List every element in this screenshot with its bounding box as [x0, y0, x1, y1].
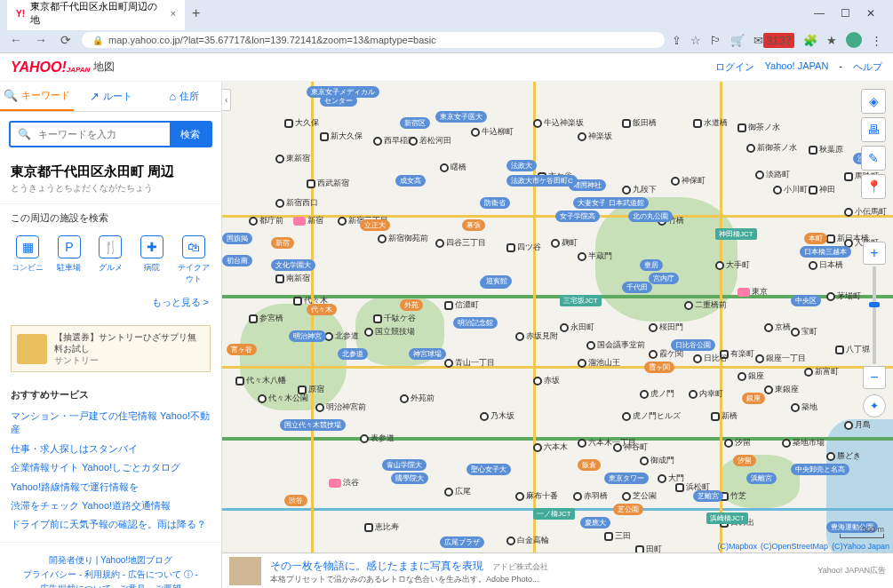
- station-御成門[interactable]: 御成門: [640, 455, 674, 466]
- service-link[interactable]: ドライブ前に天気予報の確認を。雨は降る？: [11, 515, 211, 534]
- station-水道橋[interactable]: 水道橋: [693, 117, 728, 129]
- map-canvas[interactable]: 東新宿大久保新大久保西早稲田若松河田曙橋牛込柳町牛込神楽坂神楽坂飯田橋市ケ谷水道…: [222, 82, 893, 588]
- login-link[interactable]: ログイン: [715, 60, 754, 74]
- station-九段下[interactable]: 九段下: [622, 184, 657, 195]
- station-溜池山王[interactable]: 溜池山王: [578, 357, 620, 369]
- station-西武新宿[interactable]: 西武新宿: [307, 178, 349, 189]
- station-内幸町[interactable]: 内幸町: [689, 388, 723, 400]
- station-曙橋[interactable]: 曙橋: [440, 162, 466, 173]
- yahoo-logo[interactable]: YAHOO!JAPAN: [11, 60, 90, 75]
- station-大久保[interactable]: 大久保: [284, 117, 319, 129]
- station-参宮橋[interactable]: 参宮橋: [249, 313, 283, 324]
- station-四谷三丁目[interactable]: 四谷三丁目: [435, 237, 486, 249]
- profile-avatar[interactable]: [846, 32, 862, 48]
- station-東銀座[interactable]: 東銀座: [764, 384, 799, 395]
- station-新富町[interactable]: 新富町: [804, 366, 839, 377]
- close-window-icon[interactable]: ✕: [866, 7, 875, 20]
- back-button[interactable]: ←: [7, 33, 25, 47]
- station-永田町[interactable]: 永田町: [560, 322, 594, 333]
- minimize-icon[interactable]: —: [814, 7, 825, 20]
- station-宝町[interactable]: 宝町: [791, 326, 817, 338]
- station-小川町[interactable]: 小川町: [773, 184, 808, 195]
- category-駐車場[interactable]: P駐車場: [50, 235, 89, 285]
- station-竹芝[interactable]: 竹芝: [720, 490, 746, 502]
- category-グルメ[interactable]: 🍴グルメ: [91, 235, 130, 285]
- station-麹町[interactable]: 麹町: [551, 237, 578, 249]
- station-芝公園[interactable]: 芝公園: [622, 490, 657, 502]
- station-汐留[interactable]: 汐留: [724, 437, 751, 449]
- station-淡路町[interactable]: 淡路町: [755, 169, 790, 180]
- station-神谷町[interactable]: 神谷町: [613, 441, 648, 453]
- station-築地市場[interactable]: 築地市場: [782, 437, 825, 449]
- station-飯田橋[interactable]: 飯田橋: [622, 117, 657, 129]
- station-銀座一丁目[interactable]: 銀座一丁目: [755, 353, 806, 364]
- category-コンビニ[interactable]: ▦コンビニ: [8, 235, 47, 285]
- station-二重橋前[interactable]: 二重橋前: [684, 299, 727, 311]
- station-信濃町[interactable]: 信濃町: [444, 299, 479, 311]
- station-京橋[interactable]: 京橋: [764, 322, 791, 333]
- pin-button[interactable]: 📍: [861, 174, 886, 199]
- search-button[interactable]: 検索: [170, 123, 211, 146]
- category-テイクアウト[interactable]: 🛍テイクアウト: [174, 235, 213, 285]
- station-赤坂見附[interactable]: 赤坂見附: [515, 330, 558, 342]
- station-恵比寿[interactable]: 恵比寿: [364, 521, 399, 533]
- station-大門[interactable]: 大門: [658, 473, 684, 484]
- ad-info-link[interactable]: 広告掲載について - ご意見・ご要望: [40, 584, 181, 588]
- station-国立競技場[interactable]: 国立競技場: [364, 326, 415, 338]
- service-link[interactable]: 渋滞をチェック Yahoo!道路交通情報: [11, 497, 211, 515]
- station-築地[interactable]: 築地: [791, 401, 817, 413]
- ext-puzzle2-icon[interactable]: ★: [826, 34, 837, 47]
- star-icon[interactable]: ☆: [690, 34, 701, 47]
- station-麻布十番[interactable]: 麻布十番: [515, 490, 558, 502]
- zoom-out-button[interactable]: −: [863, 366, 886, 389]
- station-新大久保[interactable]: 新大久保: [320, 131, 363, 142]
- more-link[interactable]: もっと見る >: [152, 297, 209, 307]
- dev-blog-link[interactable]: 開発者便り: [49, 555, 93, 565]
- station-新橋[interactable]: 新橋: [711, 410, 738, 422]
- station-青山一丁目[interactable]: 青山一丁目: [444, 357, 495, 369]
- station-小伝馬町[interactable]: 小伝馬町: [844, 206, 887, 218]
- close-icon[interactable]: ×: [171, 8, 176, 19]
- tab-address[interactable]: ⌂住所: [148, 82, 221, 111]
- station-茅場町[interactable]: 茅場町: [826, 290, 861, 302]
- station-秋葉原[interactable]: 秋葉原: [809, 144, 843, 155]
- station-東京[interactable]: 東京: [738, 286, 768, 298]
- station-表参道[interactable]: 表参道: [360, 433, 395, 444]
- menu-icon[interactable]: ⋮: [871, 34, 882, 47]
- station-新宿西口[interactable]: 新宿西口: [275, 197, 318, 209]
- station-渋谷[interactable]: 渋谷: [329, 477, 359, 489]
- station-神保町[interactable]: 神保町: [671, 175, 706, 187]
- station-牛込神楽坂[interactable]: 牛込神楽坂: [533, 117, 584, 129]
- station-明治神宮前[interactable]: 明治神宮前: [315, 401, 366, 413]
- tab-keyword[interactable]: 🔍キーワード: [0, 82, 74, 111]
- bottom-ad[interactable]: その一枚を物語に。感じたままに写真を表現 アドビ株式会社 本格プリセットで温かみ…: [222, 552, 893, 588]
- station-銀座[interactable]: 銀座: [738, 370, 764, 382]
- service-link[interactable]: 企業情報サイト Yahoo!しごとカタログ: [11, 458, 211, 477]
- station-新御茶ノ水[interactable]: 新御茶ノ水: [746, 142, 797, 154]
- station-大手町[interactable]: 大手町: [715, 259, 750, 271]
- service-link[interactable]: 仕事・求人探しはスタンバイ: [11, 440, 211, 458]
- station-乃木坂[interactable]: 乃木坂: [480, 410, 514, 422]
- station-赤坂[interactable]: 赤坂: [533, 375, 560, 386]
- edit-button[interactable]: ✎: [861, 146, 886, 171]
- service-link[interactable]: マンション・一戸建ての住宅情報 Yahoo!不動産: [11, 407, 211, 440]
- station-牛込柳町[interactable]: 牛込柳町: [471, 126, 514, 138]
- forward-button[interactable]: →: [32, 33, 50, 47]
- station-月島[interactable]: 月島: [844, 419, 871, 431]
- station-三田[interactable]: 三田: [604, 530, 631, 542]
- station-都庁前[interactable]: 都庁前: [249, 215, 283, 226]
- compass-button[interactable]: ✦: [863, 394, 886, 417]
- tab-route[interactable]: ↗ルート: [74, 82, 148, 111]
- station-南新宿[interactable]: 南新宿: [275, 273, 310, 284]
- station-四ツ谷[interactable]: 四ツ谷: [506, 242, 541, 253]
- station-代々木八幡[interactable]: 代々木八幡: [235, 375, 286, 386]
- station-北参道[interactable]: 北参道: [324, 330, 359, 342]
- yahoo-japan-link[interactable]: Yahoo! JAPAN: [765, 60, 829, 74]
- share-icon[interactable]: ⇪: [672, 34, 682, 47]
- station-半蔵門[interactable]: 半蔵門: [578, 250, 612, 262]
- layers-button[interactable]: ◈: [861, 89, 886, 114]
- ext-cart-icon[interactable]: 🛒: [730, 34, 745, 47]
- map-blog-link[interactable]: Yahoo!地図ブログ: [100, 555, 172, 565]
- station-千駄ケ谷[interactable]: 千駄ケ谷: [373, 313, 416, 324]
- station-赤羽橋[interactable]: 赤羽橋: [573, 490, 608, 502]
